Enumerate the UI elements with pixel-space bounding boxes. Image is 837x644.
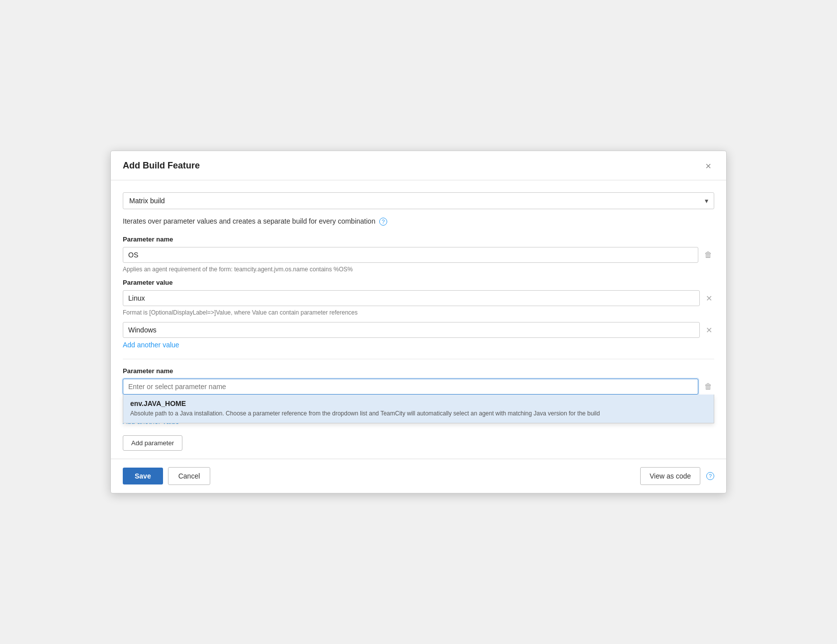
param1-value-label: Parameter value: [123, 279, 714, 286]
param2-name-delete-icon[interactable]: 🗑: [702, 380, 714, 393]
param1-value-windows-clear-icon[interactable]: ✕: [704, 323, 714, 337]
dialog-body: Matrix build Iterates over parameter val…: [111, 180, 726, 459]
param1-name-delete-icon[interactable]: 🗑: [702, 248, 714, 261]
feature-type-select-wrapper: Matrix build: [123, 192, 714, 209]
param1-name-label: Parameter name: [123, 236, 714, 243]
dialog-header: Add Build Feature ×: [111, 151, 726, 180]
param1-value-linux-row: ✕: [123, 290, 714, 306]
param1-value-hint: Format is [OptionalDisplayLabel=>]Value,…: [123, 309, 714, 316]
dropdown-item-java-home-desc: Absolute path to a Java installation. Ch…: [130, 409, 707, 418]
param1-value-linux-input[interactable]: [123, 290, 700, 306]
feature-type-select[interactable]: Matrix build: [123, 192, 714, 209]
section-divider: [123, 359, 714, 359]
add-parameter-wrapper: Add parameter: [123, 435, 714, 451]
param1-name-hint: Applies an agent requirement of the form…: [123, 266, 714, 273]
param1-name-row: 🗑: [123, 247, 714, 263]
footer-left: Save Cancel: [123, 467, 210, 485]
param1-add-value-link[interactable]: Add another value: [123, 341, 179, 349]
add-parameter-button[interactable]: Add parameter: [123, 435, 182, 451]
add-build-feature-dialog: Add Build Feature × Matrix build Iterate…: [110, 151, 727, 493]
cancel-button[interactable]: Cancel: [168, 467, 211, 485]
dropdown-item-java-home[interactable]: env.JAVA_HOME Absolute path to a Java in…: [123, 395, 714, 423]
param1-name-input[interactable]: [123, 247, 698, 263]
description-help-icon[interactable]: ?: [379, 218, 387, 226]
close-button[interactable]: ×: [702, 160, 714, 172]
dialog-footer: Save Cancel View as code ?: [111, 459, 726, 493]
footer-right: View as code ?: [640, 467, 714, 485]
param1-value-linux-clear-icon[interactable]: ✕: [704, 292, 714, 305]
dialog-title: Add Build Feature: [123, 161, 200, 171]
save-button[interactable]: Save: [123, 468, 163, 484]
param2-name-dropdown-wrapper: 🗑 env.JAVA_HOME Absolute path to a Java …: [123, 379, 714, 395]
dropdown-item-java-home-name: env.JAVA_HOME: [130, 400, 707, 407]
feature-description: Iterates over parameter values and creat…: [123, 217, 714, 226]
view-as-code-button[interactable]: View as code: [640, 467, 700, 485]
param2-dropdown-menu: env.JAVA_HOME Absolute path to a Java in…: [123, 395, 714, 423]
param2-name-input[interactable]: [123, 379, 698, 395]
param2-name-label: Parameter name: [123, 367, 714, 375]
footer-help-icon[interactable]: ?: [706, 472, 714, 480]
parameter-1-section: Parameter name 🗑 Applies an agent requir…: [123, 236, 714, 359]
param1-value-windows-row: ✕: [123, 322, 714, 338]
param2-name-row: 🗑: [123, 379, 714, 395]
feature-description-text: Iterates over parameter values and creat…: [123, 217, 375, 225]
param1-value-windows-input[interactable]: [123, 322, 700, 338]
parameter-2-section: Parameter name 🗑 env.JAVA_HOME Absolute …: [123, 367, 714, 435]
